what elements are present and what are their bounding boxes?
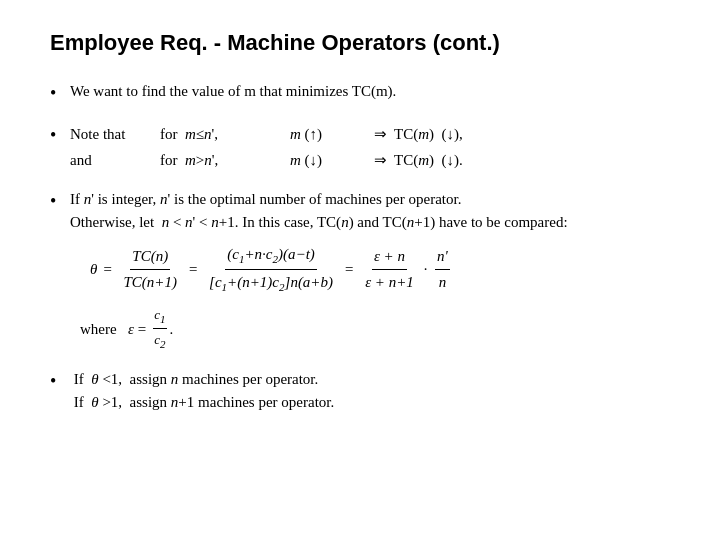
for-m-leq-n: for m ≤ n',: [160, 122, 290, 146]
where-label: where: [80, 318, 128, 341]
frac-nprime-n: n' n: [435, 245, 450, 293]
bullet-1-content: We want to find the value of m that mini…: [70, 80, 670, 103]
bullet-2-content: Note that for m ≤ n', m (↑) ⇒ TC(m) (↓),…: [70, 122, 670, 172]
frac-c1nc2-a-t: (c1+n·c2)(a−t) [c1+(n+1)c2]n(a+b): [207, 243, 335, 295]
where-line: where ε = c1 c2 .: [80, 305, 670, 352]
frac-epsilon-n: ε + n ε + n+1: [363, 245, 416, 293]
formula-block: θ = TC(n) TC(n+1) = (c1+n·c2)(a−t) [c1+(…: [90, 243, 670, 295]
note-that-label: Note that: [70, 122, 160, 146]
bullet-symbol-3: •: [50, 188, 70, 214]
and-label: and: [70, 148, 160, 172]
frac-tcn-tcn1: TC(n) TC(n+1): [122, 245, 179, 293]
bullet-3-line1: If n' is integer, n' is the optimal numb…: [70, 188, 670, 211]
bullet-1-text: We want to find the value of m that mini…: [70, 83, 396, 99]
bullet-symbol-4: •: [50, 368, 70, 394]
bullet-4-content: If θ <1, assign n machines per operator.…: [70, 368, 670, 413]
bullet-symbol-1: •: [50, 80, 70, 106]
note-grid: Note that for m ≤ n', m (↑) ⇒ TC(m) (↓),…: [70, 122, 670, 172]
bullet-1: • We want to find the value of m that mi…: [50, 80, 670, 106]
final-line2: If θ >1, assign n+1 machines per operato…: [70, 391, 670, 414]
epsilon-frac: c1 c2: [153, 305, 166, 352]
implies-tc-down-1: ⇒ TC(m) (↓),: [370, 122, 590, 146]
bullet-3: • If n' is integer, n' is the optimal nu…: [50, 188, 670, 352]
m-up-cell: m (↑): [290, 122, 370, 146]
bullet-symbol-2: •: [50, 122, 70, 148]
final-line1: If θ <1, assign n machines per operator.: [70, 368, 670, 391]
m-down-cell: m (↓): [290, 148, 370, 172]
bullet-3-line2: Otherwise, let n < n' < n+1. In this cas…: [70, 211, 670, 234]
implies-tc-down-2: ⇒ TC(m) (↓).: [370, 148, 590, 172]
page-title: Employee Req. - Machine Operators (cont.…: [50, 30, 670, 56]
for-m-gt-n: for m > n',: [160, 148, 290, 172]
bullet-3-content: If n' is integer, n' is the optimal numb…: [70, 188, 670, 352]
bullet-4: • If θ <1, assign n machines per operato…: [50, 368, 670, 413]
bullet-2: • Note that for m ≤ n', m (↑) ⇒ TC(m) (↓…: [50, 122, 670, 172]
period: .: [170, 318, 174, 341]
